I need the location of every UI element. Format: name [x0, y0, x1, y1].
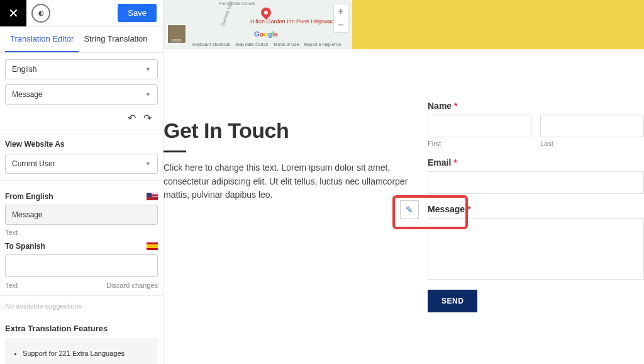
content-left-column: Get In Touch Click here to change this t… [164, 49, 428, 364]
heading-divider [164, 151, 186, 152]
discard-changes-link[interactable]: Discard changes [106, 282, 158, 289]
first-name-input[interactable] [428, 115, 531, 137]
map-layer-thumb[interactable]: UDIO [167, 24, 187, 44]
save-button[interactable]: Save [118, 4, 157, 22]
map-place-label: Punchshila Chowk [219, 1, 255, 6]
to-type-hint: Text [5, 282, 18, 289]
no-suggestions-text: No available suggestions [0, 296, 163, 316]
email-input[interactable] [428, 171, 644, 194]
accessibility-icon: ◐ [38, 9, 44, 16]
map-zoom-out[interactable]: − [334, 18, 348, 32]
pencil-icon: ✎ [406, 205, 413, 215]
flag-es-icon [147, 242, 158, 250]
to-language-label: To Spanish [5, 242, 45, 251]
chevron-down-icon: ▼ [145, 91, 151, 98]
google-logo: Google [254, 30, 278, 38]
tab-string-translation[interactable]: String Translation [79, 26, 152, 52]
extra-feature-item: Yoast SEO support [23, 360, 152, 364]
view-as-dropdown[interactable]: Current User ▼ [5, 154, 158, 174]
sidebar-tabs: Translation Editor String Translation [0, 26, 163, 53]
map-footer: Keyboard shortcuts Map data ©2023 Terms … [192, 42, 350, 47]
name-label: Name * [428, 101, 644, 111]
map-shortcuts[interactable]: Keyboard shortcuts [192, 42, 230, 47]
contact-form: Name * First Last Email * [428, 49, 644, 364]
element-dropdown[interactable]: Message ▼ [5, 84, 158, 105]
hero-band [352, 0, 644, 49]
map-pin-icon [259, 6, 274, 20]
site-preview: Punchshila Chowk Sakhare Vasi Hilton Gar… [164, 0, 644, 364]
chevron-down-icon: ▼ [145, 161, 151, 167]
redo-button[interactable]: ↷ [143, 112, 152, 124]
undo-button[interactable]: ↶ [128, 112, 136, 124]
close-button[interactable]: ✕ [0, 0, 26, 26]
map-hotel-label: Hilton Garden Inn Pune Hinjawadi [250, 19, 336, 25]
page-paragraph[interactable]: Click here to change this text. Lorem ip… [164, 161, 421, 202]
from-type-hint: Text [5, 229, 18, 236]
send-button[interactable]: SEND [428, 290, 477, 312]
email-label: Email * [428, 157, 644, 168]
from-language-label: From English [5, 192, 53, 201]
language-dropdown[interactable]: English ▼ [5, 59, 158, 79]
last-sublabel: Last [540, 140, 644, 147]
map-widget[interactable]: Punchshila Chowk Sakhare Vasi Hilton Gar… [164, 0, 352, 49]
accessibility-button[interactable]: ◐ [31, 4, 50, 23]
map-terms[interactable]: Terms of Use [273, 42, 299, 47]
element-dropdown-value: Message [12, 90, 43, 99]
tab-translation-editor[interactable]: Translation Editor [5, 26, 79, 52]
extra-features-title: Extra Translation Features [0, 316, 163, 338]
last-name-input[interactable] [540, 115, 644, 137]
view-as-label: View Website As [5, 140, 158, 149]
map-report[interactable]: Report a map error [304, 42, 341, 47]
sidebar-topbar: ✕ ◐ Save [0, 0, 163, 26]
flag-us-icon [147, 193, 158, 200]
translation-sidebar: ✕ ◐ Save Translation Editor String Trans… [0, 0, 164, 364]
first-sublabel: First [428, 140, 531, 147]
edit-translation-chip[interactable]: ✎ [400, 200, 419, 219]
chevron-down-icon: ▼ [145, 66, 151, 72]
view-as-value: Current User [12, 159, 55, 168]
language-dropdown-value: English [12, 65, 36, 74]
map-zoom-in[interactable]: + [334, 4, 348, 18]
close-icon: ✕ [8, 6, 19, 21]
page-heading: Get In Touch [164, 118, 421, 143]
map-zoom-controls: + − [333, 4, 348, 33]
map-data: Map data ©2023 [235, 42, 268, 47]
from-text-field: Message [5, 205, 158, 225]
extra-feature-item: Support for 221 Extra Languages [23, 347, 152, 360]
extra-features-box: Support for 221 Extra Languages Yoast SE… [5, 338, 158, 364]
to-text-field[interactable] [5, 254, 158, 277]
